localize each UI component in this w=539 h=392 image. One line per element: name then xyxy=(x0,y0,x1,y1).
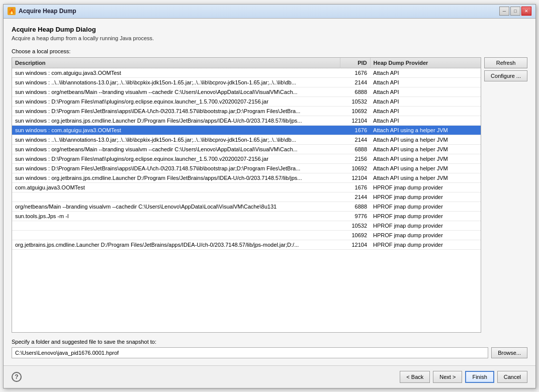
cell-description: sun windows : D:\Program Files\JetBrains… xyxy=(12,106,340,116)
cell-pid: 10532 xyxy=(340,96,370,106)
table-row[interactable]: sun windows : org.jetbrains.jps.cmdline.… xyxy=(12,116,481,125)
cell-provider: HPROF jmap dump provider xyxy=(370,230,481,240)
minimize-button[interactable]: ─ xyxy=(499,7,509,16)
table-row[interactable]: sun windows : org.jetbrains.jps.cmdline.… xyxy=(12,173,481,182)
cancel-button[interactable]: Cancel xyxy=(497,371,527,383)
table-row[interactable]: sun windows : org/netbeans/Main --brandi… xyxy=(12,144,481,154)
folder-section: Specify a folder and suggested file to s… xyxy=(12,339,527,358)
maximize-button[interactable]: □ xyxy=(510,7,520,16)
table-row[interactable]: sun windows : D:\Program Files\mat\\plug… xyxy=(12,96,481,106)
cell-description: sun windows : org/netbeans/Main --brandi… xyxy=(12,144,340,154)
cell-description: sun windows : com.atguigu.java3.OOMTest xyxy=(12,68,340,77)
cell-pid: 2144 xyxy=(340,192,370,202)
footer-left: ? xyxy=(12,372,22,382)
cell-pid: 6888 xyxy=(340,144,370,154)
cell-description: sun windows : ..\..\lib\annotations-13.0… xyxy=(12,135,340,144)
cell-description: sun windows : com.atguigu.java3.OOMTest xyxy=(12,125,340,135)
help-icon[interactable]: ? xyxy=(12,372,22,382)
cell-pid: 10532 xyxy=(340,221,370,230)
cell-provider: HPROF jmap dump provider xyxy=(370,211,481,221)
folder-input[interactable] xyxy=(12,347,488,358)
table-row[interactable]: sun windows : com.atguigu.java3.OOMTest1… xyxy=(12,68,481,77)
side-buttons-area: Refresh Configure ... xyxy=(484,57,527,333)
cell-pid: 10692 xyxy=(340,106,370,116)
next-button[interactable]: Next > xyxy=(433,371,462,383)
cell-description: sun windows : org/netbeans/Main --brandi… xyxy=(12,87,340,96)
table-row[interactable]: sun windows : com.atguigu.java3.OOMTest1… xyxy=(12,125,481,135)
table-row[interactable]: sun windows : org/netbeans/Main --brandi… xyxy=(12,87,481,96)
table-row[interactable]: sun.tools.jps.Jps -m -l9776HPROF jmap du… xyxy=(12,211,481,221)
cell-provider: HPROF jmap dump provider xyxy=(370,182,481,192)
cell-provider: HPROF jmap dump provider xyxy=(370,202,481,211)
cell-pid: 6888 xyxy=(340,87,370,96)
cell-description xyxy=(12,221,340,230)
footer-right: < Back Next > Finish Cancel xyxy=(400,371,527,383)
title-bar: 🔥 Acquire Heap Dump ─ □ ✕ xyxy=(4,5,535,19)
cell-pid: 2156 xyxy=(340,154,370,163)
cell-provider: Attach API xyxy=(370,87,481,96)
cell-pid: 1676 xyxy=(340,125,370,135)
cell-provider: Attach API using a helper JVM xyxy=(370,144,481,154)
cell-description: sun.tools.jps.Jps -m -l xyxy=(12,211,340,221)
window-controls: ─ □ ✕ xyxy=(499,7,531,16)
cell-provider: HPROF jmap dump provider xyxy=(370,192,481,202)
table-row[interactable]: sun windows : ..\..\lib\annotations-13.0… xyxy=(12,135,481,144)
window-title: Acquire Heap Dump xyxy=(19,8,76,15)
cell-provider: Attach API using a helper JVM xyxy=(370,135,481,144)
cell-pid: 2144 xyxy=(340,135,370,144)
col-header-description: Description xyxy=(12,58,340,68)
folder-label: Specify a folder and suggested file to s… xyxy=(12,339,527,345)
title-bar-left: 🔥 Acquire Heap Dump xyxy=(8,7,76,15)
cell-pid: 2144 xyxy=(340,77,370,87)
cell-description xyxy=(12,230,340,240)
cell-description: sun windows : org.jetbrains.jps.cmdline.… xyxy=(12,116,340,125)
cell-description xyxy=(12,192,340,202)
cell-provider: Attach API using a helper JVM xyxy=(370,125,481,135)
refresh-button[interactable]: Refresh xyxy=(484,57,527,68)
table-row[interactable]: sun windows : D:\Program Files\mat\\plug… xyxy=(12,154,481,163)
table-row[interactable]: sun windows : D:\Program Files\JetBrains… xyxy=(12,106,481,116)
table-row[interactable]: 10532HPROF jmap dump provider xyxy=(12,221,481,230)
cell-provider: Attach API using a helper JVM xyxy=(370,154,481,163)
table-body: sun windows : com.atguigu.java3.OOMTest1… xyxy=(12,68,481,249)
cell-pid: 1676 xyxy=(340,68,370,77)
cell-provider: HPROF jmap dump provider xyxy=(370,221,481,230)
cell-description: org/netbeans/Main --branding visualvm --… xyxy=(12,202,340,211)
cell-pid: 10692 xyxy=(340,163,370,173)
finish-button[interactable]: Finish xyxy=(465,371,494,383)
table-row[interactable]: org/netbeans/Main --branding visualvm --… xyxy=(12,202,481,211)
cell-pid: 6888 xyxy=(340,202,370,211)
back-button[interactable]: < Back xyxy=(400,371,430,383)
close-button[interactable]: ✕ xyxy=(521,7,531,16)
window-icon: 🔥 xyxy=(8,7,16,15)
cell-pid: 1676 xyxy=(340,182,370,192)
cell-pid: 10692 xyxy=(340,230,370,240)
col-header-pid: PID xyxy=(340,58,370,68)
cell-provider: Attach API xyxy=(370,77,481,87)
dialog-subtitle: Acquire a heap dump from a locally runni… xyxy=(12,35,527,41)
table-header-row: Description PID Heap Dump Provider xyxy=(12,58,481,68)
table-row[interactable]: 10692HPROF jmap dump provider xyxy=(12,230,481,240)
section-label: Choose a local process: xyxy=(12,48,527,54)
table-row[interactable]: sun windows : ..\..\lib\annotations-13.0… xyxy=(12,77,481,87)
col-header-provider: Heap Dump Provider xyxy=(370,58,481,68)
cell-description: org.jetbrains.jps.cmdline.Launcher D:/Pr… xyxy=(12,240,340,249)
table-row[interactable]: org.jetbrains.jps.cmdline.Launcher D:/Pr… xyxy=(12,240,481,249)
configure-button[interactable]: Configure ... xyxy=(484,70,527,81)
table-row[interactable]: com.atguigu.java3.OOMTest1676HPROF jmap … xyxy=(12,182,481,192)
main-content: Acquire Heap Dump Dialog Acquire a heap … xyxy=(4,19,535,365)
dialog-title: Acquire Heap Dump Dialog xyxy=(12,26,527,33)
table-row[interactable]: sun windows : D:\Program Files\JetBrains… xyxy=(12,163,481,173)
cell-description: sun windows : D:\Program Files\JetBrains… xyxy=(12,163,340,173)
cell-pid: 12104 xyxy=(340,240,370,249)
table-row[interactable]: 2144HPROF jmap dump provider xyxy=(12,192,481,202)
browse-button[interactable]: Browse... xyxy=(491,347,527,358)
footer: ? < Back Next > Finish Cancel xyxy=(4,365,535,388)
cell-description: com.atguigu.java3.OOMTest xyxy=(12,182,340,192)
process-table: Description PID Heap Dump Provider sun w… xyxy=(12,58,481,250)
cell-description: sun windows : D:\Program Files\mat\\plug… xyxy=(12,154,340,163)
cell-pid: 9776 xyxy=(340,211,370,221)
cell-description: sun windows : D:\Program Files\mat\\plug… xyxy=(12,96,340,106)
cell-provider: Attach API xyxy=(370,96,481,106)
process-table-container[interactable]: Description PID Heap Dump Provider sun w… xyxy=(12,57,481,333)
